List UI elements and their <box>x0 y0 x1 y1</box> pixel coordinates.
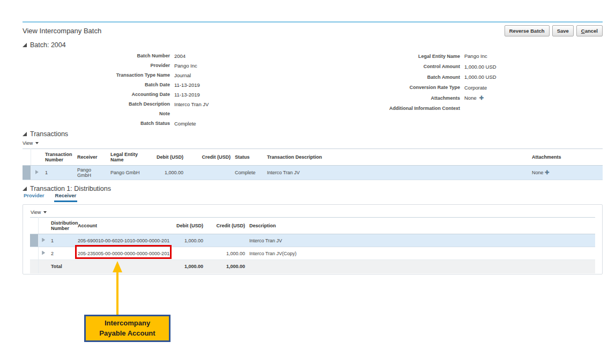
transactions-view-menu[interactable]: View <box>23 140 39 146</box>
col-debit: Debit (USD) <box>143 149 186 166</box>
add-attachment-icon[interactable]: ✚ <box>479 95 484 101</box>
batch-date-value: 11-13-2019 <box>174 82 200 88</box>
batch-section-title: Batch: 2004 <box>30 41 66 49</box>
expand-row-icon[interactable] <box>42 238 45 242</box>
page-accent-line <box>23 21 603 23</box>
cell-status: Complete <box>233 166 265 180</box>
expand-column-header <box>31 149 43 166</box>
distributions-tabs: Provider Receiver <box>23 192 77 202</box>
batch-number-value: 2004 <box>174 53 186 59</box>
transactions-header-row: Transaction Number Receiver Legal Entity… <box>23 149 603 166</box>
cell-debit <box>172 247 205 260</box>
batch-description-value: Interco Tran JV <box>174 101 209 107</box>
field-label: Provider <box>23 63 170 68</box>
chevron-down-icon <box>43 211 47 213</box>
col-receiver: Receiver <box>75 149 108 166</box>
cell-credit: 1,000.00 <box>205 247 247 260</box>
distributions-section-title: Transaction 1: Distributions <box>30 185 111 192</box>
provider-value: Pango Inc <box>174 63 197 69</box>
field-label: Batch Status <box>23 121 170 126</box>
field-label: Attachments <box>300 95 460 101</box>
distributions-panel: View Distribution Number Account Debit (… <box>23 204 603 274</box>
highlight-box-payable-account <box>75 245 172 259</box>
callout-intercompany-payable-account: Intercompany Payable Account <box>84 315 170 342</box>
transactions-table: Transaction Number Receiver Legal Entity… <box>23 148 603 180</box>
field-label: Batch Description <box>23 101 170 107</box>
callout-arrow-head <box>113 261 122 272</box>
transaction-row[interactable]: 1 Pango GmbH Pango GmbH 1,000.00 Complet… <box>23 166 603 180</box>
col-transaction-number: Transaction Number <box>43 149 75 166</box>
cancel-button[interactable]: Cancel <box>576 25 603 36</box>
field-label: Control Amount <box>300 64 460 69</box>
add-attachment-icon[interactable]: ✚ <box>545 169 549 175</box>
field-label: Conversion Rate Type <box>300 85 460 90</box>
field-label: Transaction Type Name <box>23 72 170 78</box>
transactions-section-header[interactable]: Transactions <box>23 130 68 138</box>
col-description: Description <box>247 218 595 234</box>
legal-entity-value: Pango Inc <box>464 53 487 59</box>
callout-arrow-shaft <box>116 271 118 315</box>
cell-distribution-number: 1 <box>49 234 76 247</box>
cell-credit <box>205 234 247 247</box>
conversion-rate-type-value: Corporate <box>464 85 487 91</box>
selector-column-header <box>30 218 38 234</box>
accounting-date-value: 11-13-2019 <box>174 92 200 98</box>
col-account: Account <box>76 218 172 234</box>
cell-credit <box>186 166 233 180</box>
distributions-header-row: Distribution Number Account Debit (USD) … <box>30 218 595 234</box>
tab-provider[interactable]: Provider <box>23 192 46 202</box>
cell-total-debit: 1,000.00 <box>172 260 205 273</box>
batch-status-value: Complete <box>174 121 196 127</box>
transaction-type-value: Journal <box>174 72 191 78</box>
title-bar: View Intercompany Batch Reverse Batch Sa… <box>23 24 603 37</box>
expand-row-icon[interactable] <box>35 170 39 174</box>
toolbar-buttons: Reverse Batch Save Cancel <box>505 25 603 36</box>
batch-fields-right: Legal Entity NamePango Inc Control Amoun… <box>300 51 579 114</box>
collapse-triangle-icon <box>23 187 27 191</box>
col-distribution-number: Distribution Number <box>49 218 76 234</box>
field-label: Batch Amount <box>300 75 460 80</box>
reverse-batch-button[interactable]: Reverse Batch <box>505 25 550 36</box>
attachments-value: None✚ <box>464 95 484 101</box>
chevron-down-icon <box>35 142 39 144</box>
col-credit: Credit (USD) <box>205 218 247 234</box>
control-amount-value: 1,000.00 USD <box>464 64 496 70</box>
save-button[interactable]: Save <box>552 25 574 36</box>
field-label: Legal Entity Name <box>300 54 460 59</box>
page-title: View Intercompany Batch <box>23 27 101 35</box>
batch-amount-value: 1,000.00 USD <box>464 74 496 80</box>
col-credit: Credit (USD) <box>186 149 233 166</box>
cell-distribution-number: 2 <box>49 247 76 260</box>
cell-total-credit: 1,000.00 <box>205 260 247 273</box>
row-selector[interactable] <box>23 166 31 180</box>
row-selector[interactable] <box>30 247 38 260</box>
cell-attachments: None ✚ <box>530 166 603 180</box>
batch-fields-left: Batch Number2004 ProviderPango Inc Trans… <box>23 51 275 128</box>
cell-transaction-number: 1 <box>43 166 75 180</box>
distributions-view-menu[interactable]: View <box>31 210 47 215</box>
collapse-triangle-icon <box>23 43 27 47</box>
cell-total-label: Total <box>49 260 76 273</box>
field-label: Additional Information Context <box>300 106 460 111</box>
field-label: Accounting Date <box>23 92 170 97</box>
col-transaction-description: Transaction Description <box>265 149 530 166</box>
distributions-section-header[interactable]: Transaction 1: Distributions <box>23 185 111 192</box>
col-attachments: Attachments <box>530 149 603 166</box>
field-label: Note <box>23 111 170 116</box>
tab-receiver[interactable]: Receiver <box>54 192 78 202</box>
transactions-section-title: Transactions <box>30 130 68 138</box>
selector-column-header <box>23 149 31 166</box>
field-label: Batch Number <box>23 53 170 58</box>
cell-debit: 1,000.00 <box>172 234 205 247</box>
field-label: Batch Date <box>23 82 170 87</box>
cell-description: Interco Tran JV <box>247 234 595 247</box>
view-intercompany-batch-page: View Intercompany Batch Reverse Batch Sa… <box>0 0 608 364</box>
row-selector[interactable] <box>30 234 38 247</box>
col-debit: Debit (USD) <box>172 218 205 234</box>
cell-receiver: Pango GmbH <box>75 166 108 180</box>
cell-description: Interco Tran JV(Copy) <box>247 247 595 260</box>
cell-legal-entity: Pango GmbH <box>108 166 143 180</box>
col-legal-entity: Legal Entity Name <box>108 149 143 166</box>
batch-section-header[interactable]: Batch: 2004 <box>23 41 66 49</box>
expand-row-icon[interactable] <box>42 251 45 255</box>
